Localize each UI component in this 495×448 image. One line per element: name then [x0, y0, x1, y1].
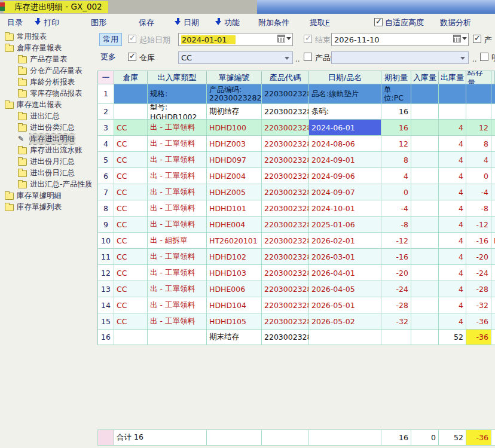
cell-doc[interactable]: HDHD101: [207, 200, 262, 217]
cell-date[interactable]: 2024-08-06: [309, 136, 381, 152]
cell-no[interactable]: 5: [98, 152, 114, 168]
cell-out[interactable]: 4: [439, 297, 466, 313]
cell-open[interactable]: 4: [381, 168, 411, 184]
product-property-combobox[interactable]: [331, 51, 469, 64]
cell-no[interactable]: 3: [98, 120, 114, 136]
cell-date[interactable]: 2024-10-01: [309, 200, 381, 217]
start-date-input[interactable]: 2024-01-01: [178, 33, 293, 46]
cell-wh[interactable]: CC: [114, 217, 148, 233]
cell-sl[interactable]: [491, 152, 495, 168]
cell-date[interactable]: 2024-09-06: [309, 168, 381, 184]
cell-out[interactable]: 4: [439, 120, 466, 136]
cell-in[interactable]: [411, 120, 439, 136]
cell-sl[interactable]: [491, 136, 495, 152]
cell-type[interactable]: 出 - 工單領料: [148, 200, 207, 217]
cell-wh[interactable]: [114, 84, 148, 104]
cell-code[interactable]: 22030023282: [262, 217, 309, 233]
cell-out[interactable]: 4: [439, 233, 466, 249]
cell-open[interactable]: -8: [381, 217, 411, 233]
cell-out[interactable]: 52: [439, 330, 466, 345]
chevron-down-icon[interactable]: [460, 57, 465, 60]
right-cut-checkbox-bottom[interactable]: [480, 53, 488, 61]
cell-code[interactable]: 22030023282: [262, 184, 309, 200]
cell-open[interactable]: [381, 330, 411, 345]
cell-sl[interactable]: [491, 249, 495, 265]
cell-open[interactable]: -28: [381, 297, 411, 313]
cell-wh[interactable]: CC: [114, 297, 148, 313]
menu-item-保存[interactable]: 保存: [139, 17, 154, 28]
column-header-日期/品名[interactable]: 日期/品名: [309, 71, 381, 84]
cell-wh[interactable]: CC: [114, 200, 148, 217]
cell-code[interactable]: 22030023282: [262, 120, 309, 136]
cell-code[interactable]: 22030023282: [262, 265, 309, 281]
cell-out[interactable]: 4: [439, 152, 466, 168]
cell-no[interactable]: 15: [98, 313, 114, 330]
cell-type[interactable]: 出 - 工單領料: [148, 217, 207, 233]
cell-sl[interactable]: [491, 330, 495, 345]
sidebar-item-进出份日汇总[interactable]: 进出份日汇总: [0, 167, 96, 179]
cell-no[interactable]: 16: [98, 330, 114, 345]
cell-bal[interactable]: -36: [466, 330, 491, 345]
cell-code[interactable]: 22030023282: [262, 249, 309, 265]
cell-wh[interactable]: CC: [114, 152, 148, 168]
cell-no[interactable]: 14: [98, 297, 114, 313]
cell-out[interactable]: 4: [439, 313, 466, 330]
column-header-出庫量[interactable]: 出庫量: [439, 71, 466, 84]
cell-type[interactable]: 出 - 工單領料: [148, 313, 207, 330]
cell-in[interactable]: [411, 200, 439, 217]
menu-item-data-analysis[interactable]: 数据分析: [440, 17, 471, 28]
cell-type[interactable]: [148, 330, 207, 345]
column-header-單據編號[interactable]: 單據編號: [207, 71, 262, 84]
cell-bal[interactable]: [466, 104, 491, 120]
sidebar-item-庫存進出報表[interactable]: 庫存進出報表: [0, 99, 96, 111]
cell-open[interactable]: -24: [381, 281, 411, 297]
menu-item-打印[interactable]: 打印: [35, 17, 59, 28]
cell-bal[interactable]: -8: [466, 200, 491, 217]
cell-date[interactable]: 2025-01-06: [309, 217, 381, 233]
cell-sl[interactable]: [491, 217, 495, 233]
cell-out[interactable]: 4: [439, 217, 466, 233]
sidebar-item-产品存量表[interactable]: 产品存量表: [0, 54, 96, 65]
sidebar-item-库存进出流水账[interactable]: 库存进出流水账: [0, 145, 96, 156]
cell-type[interactable]: 出 - 工單領料: [148, 249, 207, 265]
product-property-checkbox[interactable]: [304, 53, 312, 61]
cell-code[interactable]: 22030023282: [262, 168, 309, 184]
menu-item-附加条件[interactable]: 附加条件: [258, 17, 289, 28]
cell-sl[interactable]: [491, 281, 495, 297]
cell-wh[interactable]: CC: [114, 265, 148, 281]
cell-type[interactable]: 出 - 工單領料: [148, 265, 207, 281]
cell-wh[interactable]: [114, 330, 148, 345]
cell-no[interactable]: 11: [98, 249, 114, 265]
cell-open[interactable]: -16: [381, 249, 411, 265]
cell-bal[interactable]: 8: [466, 136, 491, 152]
cell-code[interactable]: 22030023282: [262, 136, 309, 152]
cell-code[interactable]: 22030023282: [262, 152, 309, 168]
cell-code[interactable]: 22030023282: [262, 104, 309, 120]
cell-doc[interactable]: HDHZ004: [207, 168, 262, 184]
cell-open[interactable]: 12: [381, 136, 411, 152]
cell-date[interactable]: 2026-05-02: [309, 313, 381, 330]
cell-sl[interactable]: H: [491, 233, 495, 249]
calendar-icon[interactable]: [277, 35, 285, 42]
cell-type[interactable]: 出 - 工單領料: [148, 136, 207, 152]
cell-open[interactable]: 16: [381, 120, 411, 136]
cell-bal[interactable]: -24: [466, 265, 491, 281]
cell-open[interactable]: -12: [381, 233, 411, 249]
cell-in[interactable]: [411, 184, 439, 200]
cell-in[interactable]: [411, 330, 439, 345]
cell-type[interactable]: 出 - 工單領料: [148, 152, 207, 168]
cell-sl[interactable]: [491, 265, 495, 281]
autofit-height-checkbox[interactable]: 自适应高度: [374, 17, 424, 28]
cell-bal[interactable]: 4: [466, 152, 491, 168]
cell-no[interactable]: 7: [98, 184, 114, 200]
cell-wh[interactable]: CC: [114, 136, 148, 152]
common-filters-button[interactable]: 常用: [99, 33, 122, 46]
cell-doc[interactable]: 期末结存: [207, 330, 262, 345]
sidebar-item-庫存單據明細[interactable]: 庫存單據明細: [0, 190, 96, 202]
cell-doc[interactable]: HDHD103: [207, 265, 262, 281]
cell-date[interactable]: 条码:: [309, 104, 381, 120]
cell-doc[interactable]: HDHD097: [207, 152, 262, 168]
cell-wh[interactable]: [114, 104, 148, 120]
cell-doc[interactable]: 期初结存: [207, 104, 262, 120]
cell-in[interactable]: [411, 281, 439, 297]
